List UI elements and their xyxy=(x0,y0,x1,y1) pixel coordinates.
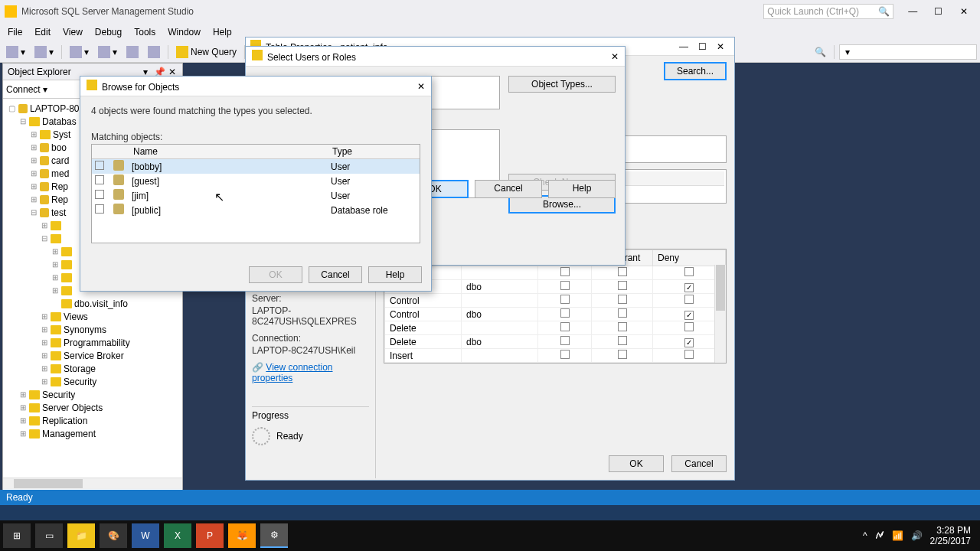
toolbar-combo[interactable]: ▾ xyxy=(839,44,977,60)
perm-checkbox[interactable] xyxy=(618,308,627,318)
perm-row[interactable]: Delete xyxy=(385,321,726,335)
toolbar-save[interactable] xyxy=(123,44,142,60)
search-button[interactable]: Search... xyxy=(664,62,727,80)
browse-row[interactable]: [bobby]User xyxy=(92,159,420,174)
wifi-icon[interactable]: 📶 xyxy=(892,530,903,541)
menu-view[interactable]: View xyxy=(57,27,89,37)
firefox-icon[interactable]: 🦊 xyxy=(228,523,256,548)
ssms-taskbar-icon[interactable]: ⚙ xyxy=(260,523,288,548)
app-title: Microsoft SQL Server Management Studio xyxy=(21,6,763,17)
perm-checkbox[interactable] xyxy=(560,295,570,304)
toolbar-saveall[interactable] xyxy=(145,44,163,60)
perm-row[interactable]: Deletedbo xyxy=(385,335,726,349)
tp-maximize[interactable]: ☐ xyxy=(693,41,711,52)
perm-grantor: dbo xyxy=(462,280,538,294)
perm-checkbox[interactable] xyxy=(684,322,694,331)
tray-up-icon[interactable]: ^ xyxy=(863,530,867,541)
perm-checkbox[interactable] xyxy=(684,295,694,304)
perm-row[interactable]: Controldbo xyxy=(385,308,726,321)
perm-checkbox[interactable] xyxy=(618,350,627,359)
browse-cancel-button[interactable]: Cancel xyxy=(309,266,362,283)
row-checkbox[interactable] xyxy=(95,161,104,170)
row-type: User xyxy=(328,188,420,203)
start-button[interactable]: ⊞ xyxy=(3,523,31,548)
oe-h-scrollbar[interactable] xyxy=(3,478,182,489)
select-help-button[interactable]: Help xyxy=(548,180,616,198)
toolbar-new-project[interactable]: ▾ xyxy=(67,44,92,60)
status-bar: Ready xyxy=(0,490,980,505)
battery-icon[interactable]: 🗲 xyxy=(875,530,884,541)
row-checkbox[interactable] xyxy=(95,175,104,184)
file-explorer-icon[interactable]: 📁 xyxy=(67,523,95,548)
perm-checkbox[interactable] xyxy=(560,267,570,276)
new-query-button[interactable]: New Query xyxy=(173,44,240,60)
perm-checkbox[interactable] xyxy=(618,295,627,304)
objects-list[interactable]: Name Type [bobby]User[guest]User[jim]Use… xyxy=(91,144,420,243)
menu-help[interactable]: Help xyxy=(207,27,238,37)
system-tray[interactable]: ^ 🗲 📶 🔊 3:28 PM 2/25/2017 xyxy=(863,525,977,546)
server-label: Server: xyxy=(252,293,369,304)
tp-minimize[interactable]: — xyxy=(675,41,693,52)
connect-button[interactable]: Connect ▾ xyxy=(6,84,47,95)
maximize-button[interactable]: ☐ xyxy=(927,6,950,17)
perm-checkbox[interactable] xyxy=(560,308,570,318)
browse-row[interactable]: [guest]User xyxy=(92,174,420,188)
select-users-titlebar[interactable]: Select Users or Roles ✕ xyxy=(246,47,625,67)
menu-debug[interactable]: Debug xyxy=(89,27,128,37)
toolbar-nav-fwd[interactable]: ▾ xyxy=(31,44,57,60)
tp-cancel-button[interactable]: Cancel xyxy=(671,455,727,472)
browse-ok-button[interactable]: OK xyxy=(249,266,302,283)
powerpoint-icon[interactable]: P xyxy=(196,523,224,548)
perm-checkbox[interactable] xyxy=(618,322,627,331)
perm-row[interactable]: Alterdbo xyxy=(385,280,726,294)
paint-icon[interactable]: 🎨 xyxy=(100,523,127,548)
perm-scrollbar[interactable] xyxy=(714,265,726,363)
perm-name: Delete xyxy=(385,335,462,349)
perm-row[interactable]: Control xyxy=(385,294,726,308)
select-users-close[interactable]: ✕ xyxy=(611,51,619,62)
toolbar-nav-back[interactable]: ▾ xyxy=(3,44,28,60)
toolbar-find[interactable]: 🔍 xyxy=(812,45,829,59)
permissions-grid[interactable]: Permission Grantor Grant With Grant Deny… xyxy=(384,249,727,364)
browse-help-button[interactable]: Help xyxy=(368,266,422,283)
volume-icon[interactable]: 🔊 xyxy=(911,530,923,541)
browse-close[interactable]: ✕ xyxy=(417,81,425,92)
perm-row[interactable]: Alter xyxy=(385,266,726,280)
row-checkbox[interactable] xyxy=(95,204,104,214)
menu-file[interactable]: File xyxy=(2,27,28,37)
perm-checkbox[interactable] xyxy=(684,338,694,347)
browse-row[interactable]: [public]Database role xyxy=(92,203,420,217)
menu-edit[interactable]: Edit xyxy=(28,27,57,37)
select-cancel-button[interactable]: Cancel xyxy=(475,180,542,198)
row-checkbox[interactable] xyxy=(95,190,104,199)
perm-checkbox[interactable] xyxy=(560,322,570,331)
minimize-button[interactable]: — xyxy=(901,6,924,17)
tp-ok-button[interactable]: OK xyxy=(609,455,664,472)
menu-tools[interactable]: Tools xyxy=(128,27,162,37)
close-button[interactable]: ✕ xyxy=(952,6,975,17)
task-view-icon[interactable]: ▭ xyxy=(35,523,63,548)
word-icon[interactable]: W xyxy=(132,523,159,548)
perm-checkbox[interactable] xyxy=(560,281,570,290)
view-connection-link[interactable]: View connection properties xyxy=(252,362,333,383)
perm-checkbox[interactable] xyxy=(684,283,694,292)
perm-checkbox[interactable] xyxy=(560,336,570,345)
perm-checkbox[interactable] xyxy=(618,267,627,276)
perm-row[interactable]: Insert xyxy=(385,349,726,363)
perm-checkbox[interactable] xyxy=(618,336,627,345)
perm-checkbox[interactable] xyxy=(618,281,627,290)
perm-checkbox[interactable] xyxy=(684,350,694,359)
perm-checkbox[interactable] xyxy=(560,350,570,359)
menu-window[interactable]: Window xyxy=(162,27,207,37)
object-types-button[interactable]: Object Types... xyxy=(508,76,616,93)
excel-icon[interactable]: X xyxy=(164,523,191,548)
browse-titlebar[interactable]: Browse for Objects ✕ xyxy=(80,77,431,96)
perm-checkbox[interactable] xyxy=(684,267,694,276)
perm-checkbox[interactable] xyxy=(684,311,694,320)
quick-launch-input[interactable]: Quick Launch (Ctrl+Q) 🔍 xyxy=(763,4,893,19)
browse-row[interactable]: [jim]User xyxy=(92,188,420,203)
toolbar-open[interactable]: ▾ xyxy=(95,44,120,60)
ready-text: Ready xyxy=(276,431,303,442)
clock[interactable]: 3:28 PM 2/25/2017 xyxy=(930,525,971,546)
tp-close[interactable]: ✕ xyxy=(711,41,730,52)
